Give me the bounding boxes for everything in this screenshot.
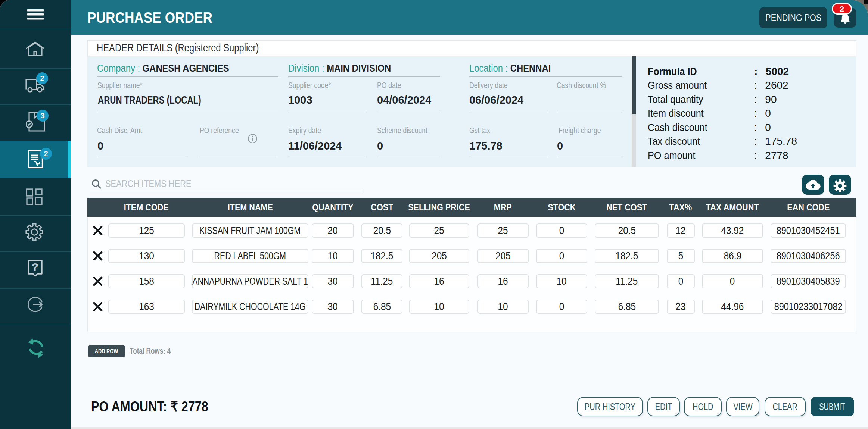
svg-text:?: ? xyxy=(32,261,38,273)
